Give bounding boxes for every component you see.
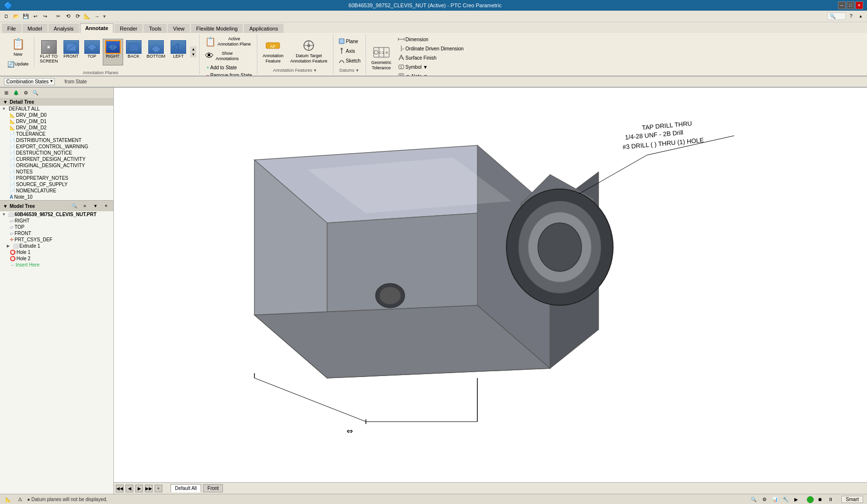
surface-finish-button[interactable]: Surface Finish <box>396 53 466 62</box>
sketch-button[interactable]: Sketch <box>336 56 363 65</box>
tree-item-part[interactable]: ▼ ⬜ 60B46539_98752_CLEVIS_NUT.PRT <box>0 211 113 218</box>
more-tools-button[interactable]: ▼ <box>102 14 107 19</box>
plane-button[interactable]: Plane <box>336 37 363 46</box>
tree-item-source[interactable]: 📄 SOURCE_OF_SUPPLY <box>0 181 113 188</box>
tab-annotate[interactable]: Annotate <box>80 23 114 33</box>
add-btn[interactable]: + <box>102 202 110 210</box>
flat-to-screen-button[interactable]: ▣ FLAT TOSCREEN <box>37 39 61 66</box>
panel-toolbar[interactable]: ⊞ 🌲 ⚙ 🔍 <box>0 88 113 98</box>
collapse-ribbon-button[interactable]: ▲ <box>856 12 865 21</box>
redo-button[interactable]: ↪ <box>41 12 49 21</box>
new-annotation-plane-button[interactable]: 📋 New <box>8 35 28 59</box>
scroll-up-button[interactable]: ▲ <box>190 47 196 52</box>
scroll-controls[interactable]: ▲ ▼ <box>190 35 196 69</box>
minimize-button[interactable]: ─ <box>838 1 846 9</box>
prev-page-button[interactable]: ◀ <box>126 485 133 492</box>
tree-item-current-design[interactable]: 📄 CURRENT_DESIGN_ACTIVITY <box>0 156 113 162</box>
pause-button[interactable]: ⏸ <box>826 495 835 504</box>
dimension-button[interactable]: Dimension <box>396 35 466 44</box>
tree-item-tolerance[interactable]: 📄 TOLERANCE <box>0 131 113 137</box>
tree-item-hole-2[interactable]: ⭕ Hole 2 <box>0 255 113 262</box>
datum-target-annotation-feature-button[interactable]: Datum TargetAnnotation Feature <box>288 36 330 65</box>
active-annotation-plane-button[interactable]: 📋 ActiveAnnotation Plane <box>203 35 254 48</box>
tree-item-csys[interactable]: ✛ PRT_CSYS_DEF <box>0 236 113 243</box>
tab-applications[interactable]: Applications <box>244 24 283 33</box>
search-box[interactable]: 🔍 <box>827 13 846 20</box>
tree-item-drv-dim-d1[interactable]: 📐 DRV_DIM_D1 <box>0 118 113 125</box>
bottom-plane-button[interactable]: BOTTOM <box>144 39 168 66</box>
right-plane-button[interactable]: RIGHT <box>103 39 123 66</box>
ordinate-driven-dimension-button[interactable]: 0 Ordinate Driven Dimension <box>396 44 466 53</box>
close-button[interactable]: ✕ <box>855 1 863 9</box>
tab-flexible-modeling[interactable]: Flexible Modeling <box>191 24 243 33</box>
tab-file[interactable]: File <box>2 24 21 33</box>
status-icon-1[interactable]: 📐 <box>4 495 13 504</box>
back-plane-button[interactable]: BACK <box>124 39 144 66</box>
save-button[interactable]: 💾 <box>21 12 30 21</box>
last-page-button[interactable]: ▶▶ <box>145 485 153 492</box>
scroll-down-button[interactable]: ▼ <box>190 52 196 57</box>
tree-view-icon[interactable]: 🌲 <box>12 89 20 97</box>
tree-item-extrude-1[interactable]: ▶ ⬜ Extrude 1 <box>0 243 113 249</box>
update-annotation-plane-button[interactable]: 🔄 Update <box>5 60 31 69</box>
annotation-features-dropdown[interactable]: ▼ <box>313 68 317 73</box>
left-plane-button[interactable]: LEFT <box>168 39 189 66</box>
tree-item-proprietary[interactable]: 📄 PROPRETARY_NOTES <box>0 175 113 181</box>
status-right-icon-2[interactable]: ⚙ <box>760 495 769 504</box>
tree-item-hole-1[interactable]: ⭕ Hole 1 <box>0 249 113 255</box>
tree-item-insert-here[interactable]: → Insert Here <box>0 262 113 268</box>
new-button[interactable]: 🗋 <box>2 12 11 21</box>
tab-analysis[interactable]: Analysis <box>48 24 79 33</box>
tree-item-note-10[interactable]: A Note_10 <box>0 194 113 200</box>
tool3-button[interactable]: 📐 <box>83 12 92 21</box>
first-page-button[interactable]: ◀◀ <box>116 485 124 492</box>
tree-item-drv-dim-d0[interactable]: 📐 DRV_DIM_D0 <box>0 112 113 118</box>
add-to-state-button[interactable]: + Add to State <box>205 64 254 71</box>
front-plane-button[interactable]: FRONT <box>61 39 81 66</box>
filter-btn[interactable]: 🔍 <box>70 202 79 210</box>
tree-item-notes[interactable]: 📄 NOTES <box>0 169 113 175</box>
status-icon-2[interactable]: ⚠ <box>16 495 24 504</box>
tab-model[interactable]: Model <box>22 24 47 33</box>
datums-dropdown[interactable]: ▼ <box>355 68 359 73</box>
axis-button[interactable]: Axis <box>336 47 363 55</box>
tree-item-nomenclature[interactable]: 📄 NOMENCLATURE <box>0 188 113 194</box>
status-right-icon-3[interactable]: 📊 <box>771 495 779 504</box>
record-button[interactable]: ⏺ <box>816 495 824 504</box>
tree-item-original-design[interactable]: 📄 ORIGINAL_DESIGN_ACTIVITY <box>0 162 113 169</box>
status-right-icon-1[interactable]: 🔍 <box>749 495 758 504</box>
tree-item-front[interactable]: ▱ FRONT <box>0 230 113 236</box>
settings-icon[interactable]: ⚙ <box>21 89 30 97</box>
tree-item-destruction[interactable]: 📄 DESTRUCTION_NOTICE <box>0 150 113 156</box>
tool2-button[interactable]: ⟳ <box>73 12 82 21</box>
tab-render[interactable]: Render <box>114 24 142 33</box>
open-button[interactable]: 📂 <box>12 12 20 21</box>
next-page-button[interactable]: ▶ <box>135 485 143 492</box>
status-right-icon-5[interactable]: ▶ <box>792 495 801 504</box>
add-page-button[interactable]: + <box>155 485 162 492</box>
tree-item-drv-dim-d2[interactable]: 📐 DRV_DIM_D2 <box>0 125 113 131</box>
tree-item-right[interactable]: ▱ RIGHT <box>0 218 113 224</box>
combination-states-dropdown[interactable]: Combination States <box>4 78 55 85</box>
top-plane-button[interactable]: TOP <box>82 39 102 66</box>
titlebar-controls[interactable]: ─ □ ✕ <box>838 1 863 9</box>
smart-dropdown[interactable]: Smart <box>841 496 863 503</box>
ribbon-tabs[interactable]: File Model Analysis Annotate Render Tool… <box>0 22 867 33</box>
collapse-arrow[interactable]: ▼ <box>3 99 8 105</box>
expand-arrow[interactable]: ▶ <box>7 244 12 248</box>
viewport-nav[interactable]: ◀◀ ◀ ▶ ▶▶ + Default All Front <box>114 482 867 494</box>
viewport[interactable]: ⇔ TAP DRILL THRU 1/4-28 UNF - 2B Drill #… <box>114 88 867 494</box>
status-right-icon-4[interactable]: 🔧 <box>781 495 790 504</box>
tab-view[interactable]: View <box>168 24 190 33</box>
tree-item-export-control[interactable]: 📄 EXPORT_CONTROL_WARNING <box>0 143 113 150</box>
list-btn[interactable]: ≡ <box>80 202 89 210</box>
cut-button[interactable]: ✂ <box>54 12 63 21</box>
detail-view-icon[interactable]: ⊞ <box>2 89 11 97</box>
note-button[interactable]: ▼ Note ▼ <box>396 72 466 77</box>
tree-item-distribution[interactable]: 📄 DISTRIBUTION_STATEMENT <box>0 137 113 143</box>
filter-icon[interactable]: 🔍 <box>31 89 40 97</box>
remove-from-state-button[interactable]: − Remove from State <box>205 72 254 77</box>
tree-item-default-all[interactable]: ▼ DEFAULT ALL <box>0 106 113 112</box>
symbol-button[interactable]: Σ Symbol ▼ <box>396 63 466 71</box>
tool4-button[interactable]: → <box>93 12 101 21</box>
